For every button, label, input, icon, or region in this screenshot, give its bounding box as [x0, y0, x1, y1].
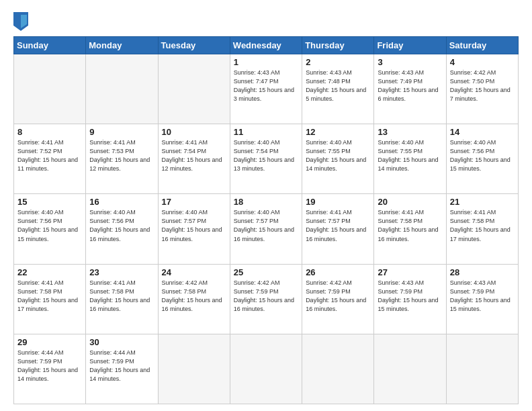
day-info: Sunrise: 4:40 AMSunset: 7:55 PMDaylight:… — [378, 138, 442, 173]
calendar-cell: 16Sunrise: 4:40 AMSunset: 7:56 PMDayligh… — [86, 194, 158, 264]
calendar-header-saturday: Saturday — [446, 37, 518, 54]
calendar-table: SundayMondayTuesdayWednesdayThursdayFrid… — [13, 36, 519, 404]
day-number: 25 — [234, 267, 298, 277]
page: SundayMondayTuesdayWednesdayThursdayFrid… — [0, 0, 532, 411]
calendar-cell: 30Sunrise: 4:44 AMSunset: 7:59 PMDayligh… — [86, 334, 158, 404]
header-row: SundayMondayTuesdayWednesdayThursdayFrid… — [14, 37, 519, 54]
day-number: 15 — [17, 197, 82, 207]
day-number: 19 — [306, 197, 370, 207]
day-number: 12 — [306, 127, 370, 137]
day-info: Sunrise: 4:40 AMSunset: 7:54 PMDaylight:… — [234, 138, 298, 173]
calendar-body: 1Sunrise: 4:43 AMSunset: 7:47 PMDaylight… — [14, 54, 519, 404]
day-number: 28 — [450, 267, 515, 277]
calendar-cell: 26Sunrise: 4:42 AMSunset: 7:59 PMDayligh… — [302, 264, 374, 334]
day-number: 13 — [378, 127, 442, 137]
calendar-cell: 3Sunrise: 4:43 AMSunset: 7:49 PMDaylight… — [374, 54, 446, 124]
calendar-week-1: 8Sunrise: 4:41 AMSunset: 7:52 PMDaylight… — [14, 124, 519, 194]
day-number: 27 — [378, 267, 442, 277]
calendar-cell: 22Sunrise: 4:41 AMSunset: 7:58 PMDayligh… — [14, 264, 86, 334]
day-number: 24 — [162, 267, 226, 277]
day-number: 21 — [450, 197, 515, 207]
day-info: Sunrise: 4:43 AMSunset: 7:59 PMDaylight:… — [378, 279, 442, 314]
calendar-cell — [86, 54, 158, 124]
day-number: 2 — [306, 57, 370, 67]
day-number: 18 — [234, 197, 298, 207]
day-info: Sunrise: 4:40 AMSunset: 7:56 PMDaylight:… — [450, 138, 515, 173]
day-number: 16 — [89, 197, 154, 207]
calendar-cell: 19Sunrise: 4:41 AMSunset: 7:57 PMDayligh… — [302, 194, 374, 264]
calendar-cell: 20Sunrise: 4:41 AMSunset: 7:58 PMDayligh… — [374, 194, 446, 264]
day-number: 29 — [17, 337, 82, 347]
calendar-cell: 1Sunrise: 4:43 AMSunset: 7:47 PMDaylight… — [230, 54, 302, 124]
calendar-cell — [158, 334, 230, 404]
day-info: Sunrise: 4:41 AMSunset: 7:54 PMDaylight:… — [162, 138, 226, 173]
day-info: Sunrise: 4:42 AMSunset: 7:58 PMDaylight:… — [162, 279, 226, 314]
day-info: Sunrise: 4:44 AMSunset: 7:59 PMDaylight:… — [89, 349, 154, 383]
calendar-header-thursday: Thursday — [302, 37, 374, 54]
calendar-cell: 23Sunrise: 4:41 AMSunset: 7:58 PMDayligh… — [86, 264, 158, 334]
day-number: 9 — [89, 127, 154, 137]
day-number: 10 — [162, 127, 226, 137]
day-info: Sunrise: 4:40 AMSunset: 7:56 PMDaylight:… — [89, 208, 154, 243]
calendar-week-0: 1Sunrise: 4:43 AMSunset: 7:47 PMDaylight… — [14, 54, 519, 124]
day-info: Sunrise: 4:43 AMSunset: 7:59 PMDaylight:… — [450, 279, 515, 314]
logo — [13, 12, 31, 31]
calendar-week-4: 29Sunrise: 4:44 AMSunset: 7:59 PMDayligh… — [14, 334, 519, 404]
day-info: Sunrise: 4:43 AMSunset: 7:49 PMDaylight:… — [378, 68, 442, 103]
day-number: 30 — [89, 337, 154, 347]
calendar-cell: 29Sunrise: 4:44 AMSunset: 7:59 PMDayligh… — [14, 334, 86, 404]
calendar-cell: 24Sunrise: 4:42 AMSunset: 7:58 PMDayligh… — [158, 264, 230, 334]
calendar-cell: 9Sunrise: 4:41 AMSunset: 7:53 PMDaylight… — [86, 124, 158, 194]
day-info: Sunrise: 4:40 AMSunset: 7:57 PMDaylight:… — [162, 208, 226, 243]
calendar-header-wednesday: Wednesday — [230, 37, 302, 54]
calendar-header: SundayMondayTuesdayWednesdayThursdayFrid… — [14, 37, 519, 54]
day-number: 4 — [450, 57, 515, 67]
day-info: Sunrise: 4:40 AMSunset: 7:57 PMDaylight:… — [234, 208, 298, 243]
calendar-cell: 15Sunrise: 4:40 AMSunset: 7:56 PMDayligh… — [14, 194, 86, 264]
day-info: Sunrise: 4:41 AMSunset: 7:58 PMDaylight:… — [89, 279, 154, 314]
day-number: 22 — [17, 267, 82, 277]
calendar-header-sunday: Sunday — [14, 37, 86, 54]
calendar-header-monday: Monday — [86, 37, 158, 54]
day-number: 11 — [234, 127, 298, 137]
day-info: Sunrise: 4:41 AMSunset: 7:53 PMDaylight:… — [89, 138, 154, 173]
calendar-header-tuesday: Tuesday — [158, 37, 230, 54]
calendar-cell — [374, 334, 446, 404]
calendar-week-3: 22Sunrise: 4:41 AMSunset: 7:58 PMDayligh… — [14, 264, 519, 334]
day-info: Sunrise: 4:40 AMSunset: 7:55 PMDaylight:… — [306, 138, 370, 173]
calendar-cell: 10Sunrise: 4:41 AMSunset: 7:54 PMDayligh… — [158, 124, 230, 194]
calendar-cell: 17Sunrise: 4:40 AMSunset: 7:57 PMDayligh… — [158, 194, 230, 264]
calendar-cell — [302, 334, 374, 404]
calendar-cell: 4Sunrise: 4:42 AMSunset: 7:50 PMDaylight… — [446, 54, 518, 124]
calendar-cell: 14Sunrise: 4:40 AMSunset: 7:56 PMDayligh… — [446, 124, 518, 194]
calendar-cell: 8Sunrise: 4:41 AMSunset: 7:52 PMDaylight… — [14, 124, 86, 194]
day-number: 23 — [89, 267, 154, 277]
day-info: Sunrise: 4:41 AMSunset: 7:58 PMDaylight:… — [450, 208, 515, 243]
day-number: 26 — [306, 267, 370, 277]
calendar-cell — [158, 54, 230, 124]
day-info: Sunrise: 4:43 AMSunset: 7:48 PMDaylight:… — [306, 68, 370, 103]
logo-icon — [13, 12, 28, 31]
day-info: Sunrise: 4:42 AMSunset: 7:50 PMDaylight:… — [450, 68, 515, 103]
day-number: 14 — [450, 127, 515, 137]
calendar-week-2: 15Sunrise: 4:40 AMSunset: 7:56 PMDayligh… — [14, 194, 519, 264]
calendar-cell — [14, 54, 86, 124]
day-number: 3 — [378, 57, 442, 67]
day-info: Sunrise: 4:41 AMSunset: 7:58 PMDaylight:… — [17, 279, 82, 314]
day-info: Sunrise: 4:41 AMSunset: 7:52 PMDaylight:… — [17, 138, 82, 173]
day-info: Sunrise: 4:41 AMSunset: 7:57 PMDaylight:… — [306, 208, 370, 243]
day-info: Sunrise: 4:41 AMSunset: 7:58 PMDaylight:… — [378, 208, 442, 243]
day-number: 17 — [162, 197, 226, 207]
calendar-cell — [446, 334, 518, 404]
day-number: 20 — [378, 197, 442, 207]
calendar-cell: 13Sunrise: 4:40 AMSunset: 7:55 PMDayligh… — [374, 124, 446, 194]
calendar-cell: 21Sunrise: 4:41 AMSunset: 7:58 PMDayligh… — [446, 194, 518, 264]
calendar-cell: 28Sunrise: 4:43 AMSunset: 7:59 PMDayligh… — [446, 264, 518, 334]
day-info: Sunrise: 4:42 AMSunset: 7:59 PMDaylight:… — [306, 279, 370, 314]
calendar-cell: 11Sunrise: 4:40 AMSunset: 7:54 PMDayligh… — [230, 124, 302, 194]
day-info: Sunrise: 4:44 AMSunset: 7:59 PMDaylight:… — [17, 349, 82, 383]
calendar-cell: 18Sunrise: 4:40 AMSunset: 7:57 PMDayligh… — [230, 194, 302, 264]
calendar-header-friday: Friday — [374, 37, 446, 54]
calendar-cell — [230, 334, 302, 404]
day-info: Sunrise: 4:42 AMSunset: 7:59 PMDaylight:… — [234, 279, 298, 314]
